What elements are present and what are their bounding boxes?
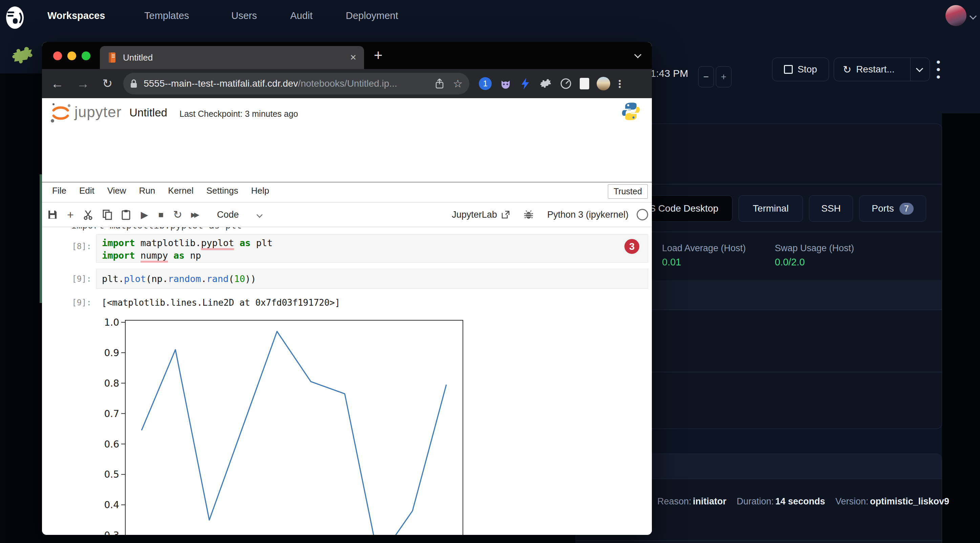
open-jupyterlab-link[interactable]: JupyterLab (452, 210, 497, 220)
ports-count-badge: 7 (899, 203, 914, 214)
nav-item-users[interactable]: Users (231, 10, 257, 21)
build-version-label: Version: (835, 496, 869, 506)
browser-tab-strip: Untitled ✕ + (42, 42, 652, 69)
cell8-input[interactable]: import matplotlib.pyplot as plt import n… (96, 234, 648, 263)
cut-cell-icon[interactable] (83, 209, 94, 220)
add-cell-icon[interactable]: + (67, 208, 74, 221)
screen: Workspaces Templates Users Audit Deploym… (0, 0, 980, 543)
nav-item-audit[interactable]: Audit (290, 10, 313, 21)
share-icon[interactable] (435, 78, 444, 89)
menu-run[interactable]: Run (139, 186, 156, 196)
zoom-in-button[interactable]: + (716, 66, 732, 87)
onepassword-extension-icon[interactable]: 1 (479, 77, 492, 90)
tab-close-icon[interactable]: ✕ (350, 53, 356, 62)
restart-run-all-icon[interactable]: ▶▶ (191, 211, 197, 219)
kernel-name[interactable]: Python 3 (ipykernel) (547, 210, 628, 220)
browser-profile-avatar[interactable] (597, 77, 610, 90)
page-background-left (0, 73, 42, 543)
swap-usage-label: Swap Usage (Host) (775, 243, 854, 254)
debugger-bug-icon[interactable] (523, 210, 534, 220)
swap-usage-value: 0.0/2.0 (775, 257, 805, 268)
save-icon[interactable] (48, 210, 57, 220)
browser-window: Untitled ✕ + ← → ↻ 5555--main--test--mat… (42, 42, 652, 535)
url-host: 5555--main--test--matifali.atif.cdr.dev (143, 78, 298, 89)
menu-help[interactable]: Help (251, 186, 269, 196)
ports-label: Ports (872, 203, 894, 214)
terminal-label: Terminal (753, 203, 789, 214)
cell9-line: plt.plot(np.random.rand(10)) (102, 273, 648, 285)
kernel-status-icon[interactable] (636, 209, 648, 221)
menu-kernel[interactable]: Kernel (168, 186, 193, 196)
traffic-light-minimize[interactable] (67, 51, 76, 60)
matplotlib-figure: 0.20.30.40.50.60.70.80.91.002468 (102, 317, 474, 535)
external-link-icon[interactable] (501, 210, 510, 219)
zoom-out-button[interactable]: − (698, 66, 714, 87)
cell8-line1: import matplotlib.pyplot as plt (102, 237, 648, 249)
avatar-chevron-icon[interactable] (969, 13, 977, 20)
plus-icon: + (721, 71, 726, 82)
traffic-light-close[interactable] (53, 51, 62, 60)
reader-mode-extension-icon[interactable] (580, 78, 589, 89)
run-cell-icon[interactable]: ▶ (141, 209, 148, 221)
cell-type-chevron-icon[interactable] (257, 211, 263, 218)
cat-extension-icon[interactable] (499, 77, 512, 90)
menu-settings[interactable]: Settings (206, 186, 238, 196)
nav-item-deployment[interactable]: Deployment (346, 10, 398, 21)
lighthouse-extension-icon[interactable] (559, 77, 572, 90)
restart-button-label: Restart... (856, 64, 895, 75)
build-reason-value: initiator (693, 496, 726, 506)
app-button-terminal[interactable]: Terminal (738, 195, 803, 222)
notebook-title[interactable]: Untitled (129, 106, 167, 119)
address-bar[interactable]: 5555--main--test--matifali.atif.cdr.dev … (123, 73, 469, 94)
lightning-extension-icon[interactable] (519, 77, 531, 90)
header-divider (42, 182, 652, 183)
bookmark-star-icon[interactable]: ☆ (453, 77, 463, 90)
back-button[interactable]: ← (51, 76, 64, 91)
trusted-button[interactable]: Trusted (608, 184, 648, 199)
interrupt-kernel-icon[interactable]: ■ (158, 210, 164, 220)
extensions-puzzle-icon[interactable] (538, 78, 552, 90)
notification-count-badge[interactable]: 3 (623, 238, 641, 255)
load-average-value: 0.01 (662, 257, 681, 268)
page-background-right-margin (942, 113, 980, 543)
template-puzzle-icon (9, 47, 35, 64)
workspace-kebab-menu[interactable]: ••• (933, 58, 943, 81)
restart-kernel-icon[interactable]: ↻ (173, 208, 182, 221)
restart-segment-divider (910, 58, 911, 81)
menu-view[interactable]: View (107, 186, 126, 196)
menu-file[interactable]: File (52, 186, 66, 196)
copy-cell-icon[interactable] (102, 209, 113, 220)
jupyter-page: jupyter Untitled Last Checkpoint: 3 minu… (42, 98, 652, 535)
forward-button[interactable]: → (76, 76, 89, 91)
url-path: /notebooks/Untitled.ip... (298, 78, 397, 89)
traffic-light-zoom[interactable] (82, 51, 91, 60)
tab-list-chevron-icon[interactable] (634, 51, 641, 58)
browser-kebab-menu[interactable]: ••• (618, 79, 621, 88)
restart-options-chevron-icon[interactable] (916, 65, 923, 72)
nav-item-workspaces[interactable]: Workspaces (48, 10, 105, 21)
new-tab-button[interactable]: + (374, 47, 383, 64)
cell-type-select[interactable]: Code (217, 210, 239, 220)
menu-edit[interactable]: Edit (79, 186, 94, 196)
tab-title: Untitled (123, 52, 350, 63)
nav-item-templates[interactable]: Templates (144, 10, 189, 21)
cell8-prompt: [8]: (69, 242, 91, 251)
ssh-label: SSH (821, 203, 841, 214)
app-button-ports[interactable]: Ports 7 (859, 195, 926, 222)
minus-icon: − (703, 71, 709, 82)
menubar-divider (42, 202, 652, 202)
build-duration-label: Duration: (737, 496, 774, 506)
coder-logo-icon[interactable] (5, 5, 25, 29)
build-version-value[interactable]: optimistic_liskov9 (870, 496, 949, 506)
reload-button[interactable]: ↻ (102, 76, 113, 91)
python-logo (620, 101, 641, 122)
stop-workspace-button[interactable]: Stop (772, 57, 829, 81)
user-avatar[interactable] (945, 5, 966, 26)
paste-cell-icon[interactable] (121, 209, 131, 220)
restart-workspace-button[interactable]: ↻ Restart... (834, 57, 930, 81)
output9-text: [<matplotlib.lines.Line2D at 0x7fd03f191… (102, 297, 340, 309)
app-button-ssh[interactable]: SSH (809, 195, 853, 222)
browser-toolbar: ← → ↻ 5555--main--test--matifali.atif.cd… (42, 69, 652, 98)
browser-tab-untitled[interactable]: Untitled ✕ (100, 46, 364, 69)
cell9-input[interactable]: plt.plot(np.random.rand(10)) (96, 269, 648, 289)
